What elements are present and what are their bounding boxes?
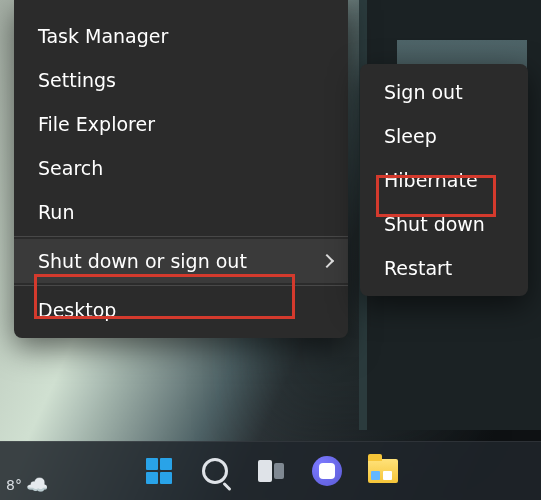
menu-item-label: Run <box>38 201 74 223</box>
weather-icon: ☁️ <box>26 476 48 494</box>
search-icon <box>202 458 228 484</box>
submenu-item-sign-out[interactable]: Sign out <box>360 70 528 114</box>
menu-item-label: Desktop <box>38 299 116 321</box>
menu-item-shut-down-or-sign-out[interactable]: Shut down or sign out <box>14 239 348 283</box>
menu-item-label: Restart <box>384 257 452 279</box>
menu-separator <box>14 236 348 237</box>
task-view-icon <box>258 460 284 482</box>
menu-item-file-explorer[interactable]: File Explorer <box>14 102 348 146</box>
menu-item-label: Shut down <box>384 213 485 235</box>
weather-widget[interactable]: 8° ☁️ <box>6 476 48 494</box>
submenu-item-hibernate[interactable]: Hibernate <box>360 158 528 202</box>
task-view-button[interactable] <box>254 454 288 488</box>
chevron-right-icon <box>320 254 334 268</box>
menu-item-label: Sleep <box>384 125 437 147</box>
file-explorer-button[interactable] <box>366 454 400 488</box>
taskbar-search-button[interactable] <box>198 454 232 488</box>
menu-item-desktop[interactable]: Desktop <box>14 288 348 332</box>
weather-temp: 8° <box>6 478 22 492</box>
submenu-item-sleep[interactable]: Sleep <box>360 114 528 158</box>
submenu-item-shut-down[interactable]: Shut down <box>360 202 528 246</box>
menu-item-label: Sign out <box>384 81 463 103</box>
menu-item-label: Hibernate <box>384 169 478 191</box>
menu-item-settings[interactable]: Settings <box>14 58 348 102</box>
menu-item-search[interactable]: Search <box>14 146 348 190</box>
submenu-item-restart[interactable]: Restart <box>360 246 528 290</box>
chat-icon <box>312 456 342 486</box>
windows-logo-icon <box>146 458 172 484</box>
menu-item-label: Task Manager <box>38 25 168 47</box>
menu-item-label: Settings <box>38 69 116 91</box>
taskbar: 8° ☁️ <box>0 441 541 500</box>
menu-item-run[interactable]: Run <box>14 190 348 234</box>
menu-item-task-manager[interactable]: Task Manager <box>14 14 348 58</box>
menu-separator <box>14 285 348 286</box>
start-context-menu: Task Manager Settings File Explorer Sear… <box>14 0 348 338</box>
power-submenu: Sign out Sleep Hibernate Shut down Resta… <box>360 64 528 296</box>
start-button[interactable] <box>142 454 176 488</box>
menu-item-label: Shut down or sign out <box>38 250 247 272</box>
file-explorer-icon <box>368 459 398 483</box>
chat-button[interactable] <box>310 454 344 488</box>
menu-item-label: Search <box>38 157 103 179</box>
menu-item-label: File Explorer <box>38 113 155 135</box>
